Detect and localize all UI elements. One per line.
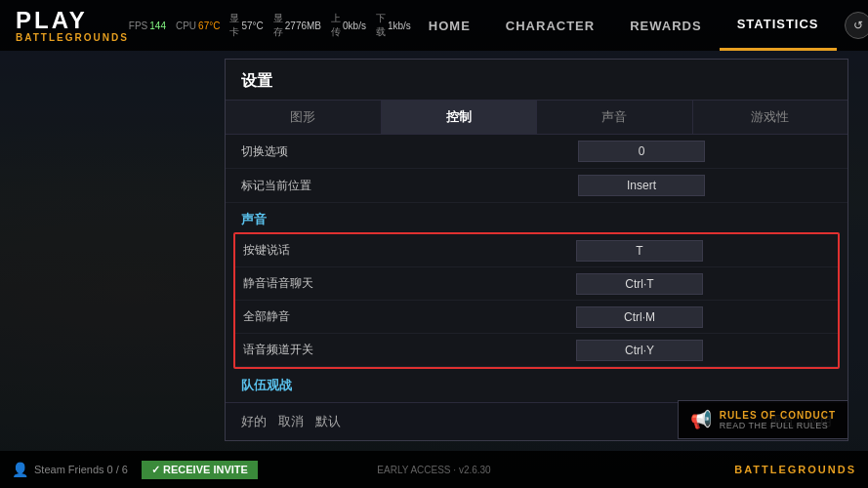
- cpu-label: CPU: [176, 20, 196, 31]
- bottom-logo: BATTLEGROUNDS: [734, 464, 856, 475]
- settings-title: 设置: [226, 60, 847, 101]
- mem-label: 显存: [273, 12, 283, 39]
- logo-play: PLAY: [16, 9, 129, 32]
- receive-invite-button[interactable]: ✓ RECEIVE INVITE: [142, 461, 258, 479]
- default-button[interactable]: 默认: [315, 411, 341, 432]
- refresh-button[interactable]: ↺: [845, 12, 868, 39]
- voice-channel-label: 语音频道开关: [243, 342, 576, 358]
- up-status: 上传 0kb/s: [331, 12, 366, 39]
- early-access-label: EARLY ACCESS · v2.6.30: [377, 465, 490, 475]
- mute-chat-label: 静音语音聊天: [243, 275, 576, 292]
- status-bar: FPS 144 CPU 67°C 显卡 57°C 显存 2776MB 上传 0k…: [129, 12, 411, 39]
- tab-graphics[interactable]: 图形: [226, 101, 382, 134]
- setting-row-mute-chat: 静音语音聊天 Ctrl·T: [235, 267, 838, 301]
- friends-icon: 👤: [12, 462, 28, 477]
- ptt-label: 按键说话: [243, 242, 576, 259]
- down-value: 1kb/s: [388, 20, 411, 31]
- mem-status: 显存 2776MB: [273, 12, 321, 39]
- tab-gameplay[interactable]: 游戏性: [693, 101, 848, 134]
- mute-chat-value[interactable]: Ctrl·T: [576, 273, 703, 295]
- cpu-value: 67°C: [198, 20, 220, 31]
- cpu-status: CPU 67°C: [176, 20, 220, 31]
- rules-title: RULES OF CONDUCT: [720, 410, 836, 421]
- nav-rewards[interactable]: REWARDS: [612, 0, 719, 51]
- setting-row-mark: 标记当前位置 Insert: [226, 169, 847, 203]
- fps-label: FPS: [129, 20, 147, 31]
- mute-all-label: 全部静音: [243, 308, 576, 325]
- fps-value: 144: [149, 20, 166, 31]
- setting-row-toggle: 切换选项 0: [226, 135, 847, 169]
- rules-text-area: RULES OF CONDUCT READ THE FULL RULES: [720, 410, 836, 430]
- voice-section-title: 声音: [241, 211, 267, 228]
- nav-character[interactable]: CHARACTER: [488, 0, 612, 51]
- logo-battlegrounds: BATTLEGROUNDS: [16, 32, 129, 43]
- mem-value: 2776MB: [285, 20, 321, 31]
- logo-area: PLAY BATTLEGROUNDS: [0, 9, 129, 43]
- gpu-label: 显卡: [229, 12, 239, 39]
- rules-subtitle: READ THE FULL RULES: [720, 421, 836, 430]
- setting-row-mute-all: 全部静音 Ctrl·M: [235, 301, 838, 334]
- up-label: 上传: [331, 12, 341, 39]
- up-value: 0kb/s: [343, 20, 366, 31]
- down-label: 下载: [376, 12, 386, 39]
- rules-box[interactable]: 📢 RULES OF CONDUCT READ THE FULL RULES: [678, 400, 848, 439]
- toggle-label: 切换选项: [241, 143, 578, 160]
- mark-label: 标记当前位置: [241, 178, 578, 194]
- voice-section: 按键说话 T 静音语音聊天 Ctrl·T 全部静音 Ctrl·M 语音频道开关 …: [233, 232, 840, 369]
- ok-button[interactable]: 好的: [241, 411, 267, 432]
- ptt-value[interactable]: T: [576, 240, 703, 262]
- setting-row-ptt: 按键说话 T: [235, 234, 838, 267]
- tab-audio[interactable]: 声音: [537, 101, 693, 134]
- gpu-status: 显卡 57°C: [229, 12, 263, 39]
- tab-controls[interactable]: 控制: [382, 101, 538, 134]
- setting-row-voice-channel: 语音频道开关 Ctrl·Y: [235, 334, 838, 367]
- cancel-button[interactable]: 取消: [278, 411, 304, 432]
- nav-statistics[interactable]: STATISTICS: [720, 0, 837, 51]
- bottom-battlegrounds-text: BATTLEGROUNDS: [734, 464, 856, 475]
- friends-label: Steam Friends 0 / 6: [34, 464, 128, 475]
- bottom-status-bar: 👤 Steam Friends 0 / 6 ✓ RECEIVE INVITE E…: [0, 451, 868, 488]
- team-section-title: 队伍观战: [241, 377, 292, 394]
- rules-icon: 📢: [690, 409, 712, 430]
- mute-all-value[interactable]: Ctrl·M: [576, 306, 703, 328]
- top-icon-group: ↺ ⚙ ⏻: [845, 12, 868, 39]
- settings-panel: 设置 图形 控制 声音 游戏性 切换选项 0 标记当前位置 Insert 声音 …: [225, 59, 848, 441]
- mark-value[interactable]: Insert: [578, 175, 705, 196]
- team-section-header: 队伍观战: [226, 369, 847, 398]
- nav-home[interactable]: HOME: [411, 0, 488, 51]
- voice-channel-value[interactable]: Ctrl·Y: [576, 340, 703, 361]
- settings-tabs: 图形 控制 声音 游戏性: [226, 101, 847, 135]
- main-nav: HOME CHARACTER REWARDS STATISTICS: [411, 0, 837, 51]
- voice-section-header: 声音: [226, 203, 847, 232]
- top-bar: PLAY BATTLEGROUNDS FPS 144 CPU 67°C 显卡 5…: [0, 0, 868, 51]
- friends-area: 👤 Steam Friends 0 / 6 ✓ RECEIVE INVITE: [12, 461, 258, 479]
- down-status: 下载 1kb/s: [376, 12, 411, 39]
- gpu-value: 57°C: [241, 20, 263, 31]
- settings-content: 切换选项 0 标记当前位置 Insert 声音 按键说话 T 静音语音聊天 Ct…: [226, 135, 847, 402]
- fps-status: FPS 144: [129, 20, 166, 31]
- toggle-value[interactable]: 0: [578, 141, 705, 162]
